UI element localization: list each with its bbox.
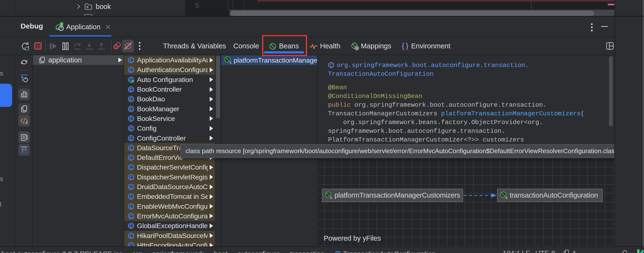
svg-text:C: C <box>130 233 133 238</box>
svg-text:C: C <box>130 145 133 150</box>
svg-text:C: C <box>130 223 133 228</box>
svg-text:C: C <box>130 213 133 219</box>
svg-text:C: C <box>330 63 333 68</box>
svg-text:C: C <box>336 251 340 253</box>
svg-text:C: C <box>130 106 133 112</box>
svg-text:C: C <box>130 243 133 246</box>
svg-text:C: C <box>130 116 133 121</box>
svg-text:c: c <box>230 61 232 64</box>
svg-text:c: c <box>506 196 508 199</box>
svg-text:C: C <box>130 126 133 131</box>
svg-text:C: C <box>130 58 133 63</box>
svg-text:C: C <box>130 97 133 102</box>
svg-text:C: C <box>130 136 133 141</box>
svg-text:C: C <box>130 175 133 180</box>
svg-text:C: C <box>130 184 133 190</box>
svg-text:C: C <box>130 68 133 73</box>
svg-text:C: C <box>130 165 133 170</box>
svg-text:C: C <box>130 204 133 209</box>
svg-text:C: C <box>130 194 133 199</box>
svg-text:c: c <box>330 196 332 199</box>
svg-text:C: C <box>130 87 133 92</box>
svg-text:C: C <box>130 155 133 160</box>
